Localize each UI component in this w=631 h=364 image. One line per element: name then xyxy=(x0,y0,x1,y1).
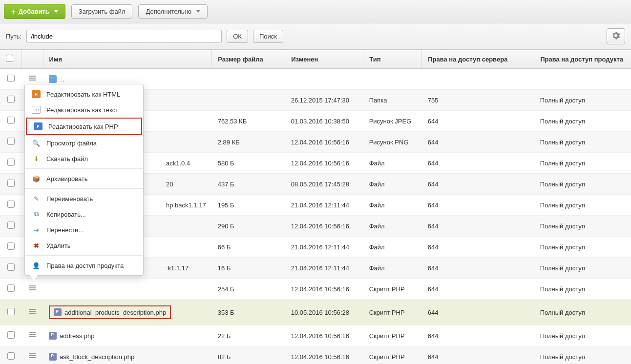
txt-icon: TXT xyxy=(32,106,41,114)
chevron-down-icon xyxy=(54,10,58,13)
row-checkbox[interactable] xyxy=(7,117,15,124)
row-checkbox[interactable] xyxy=(7,263,15,271)
cell-size: 290 Б xyxy=(212,216,285,237)
menu-move[interactable]: ➜ Перенести... xyxy=(25,222,143,238)
cell-perm_server: 644 xyxy=(422,195,534,216)
cell-perm_product: Полный доступ xyxy=(534,258,631,279)
drag-handle-icon[interactable] xyxy=(29,332,36,338)
menu-edit-php-label: Редактировать как PHP xyxy=(48,123,118,130)
move-icon: ➜ xyxy=(32,226,41,234)
settings-button[interactable] xyxy=(607,28,625,44)
row-checkbox[interactable] xyxy=(7,75,15,82)
add-button[interactable]: + Добавить xyxy=(4,4,65,19)
drag-handle-icon[interactable] xyxy=(29,309,36,315)
row-checkbox[interactable] xyxy=(7,138,15,145)
menu-edit-html[interactable]: H Редактировать как HTML xyxy=(25,86,143,102)
cell-modified: 21.04.2016 12:11:44 xyxy=(285,237,363,258)
cell-perm_product: Полный доступ xyxy=(534,153,631,174)
parent-dots: .. xyxy=(61,76,64,83)
file-name: additional_products_description.php xyxy=(64,309,166,316)
drag-handle-icon[interactable] xyxy=(29,353,36,359)
table-row[interactable]: ask_block_description.php82 Б12.04.2016 … xyxy=(0,346,631,364)
cell-type: Скрипт PHP xyxy=(363,300,422,325)
table-header-row: Имя Размер файла Изменен Тип Права на до… xyxy=(0,50,631,69)
php-file-icon xyxy=(49,332,57,340)
path-input[interactable] xyxy=(26,30,222,43)
menu-perms[interactable]: 👤 Права на доступ продукта xyxy=(25,258,143,273)
menu-edit-php[interactable]: P Редактировать как PHP xyxy=(26,118,142,135)
select-all-checkbox[interactable] xyxy=(6,55,13,62)
cell-perm_server: 644 xyxy=(422,300,534,325)
table-row[interactable]: 254 Б12.04.2016 10:56:16Скрипт PHP644Пол… xyxy=(0,279,631,300)
menu-separator xyxy=(25,188,143,189)
chevron-down-icon xyxy=(196,10,200,13)
table-row[interactable]: address.php22 Б12.04.2016 10:56:16Скрипт… xyxy=(0,325,631,346)
menu-archive[interactable]: 📦 Архивировать xyxy=(25,171,143,186)
main-toolbar: + Добавить Загрузить файл Дополнительно xyxy=(0,0,631,23)
cell-perm_server: 644 xyxy=(422,258,534,279)
menu-view-file[interactable]: 🔍 Просмотр файла xyxy=(25,135,143,151)
row-checkbox[interactable] xyxy=(7,222,15,229)
cell-modified: 12.04.2016 10:56:16 xyxy=(285,279,363,300)
drag-handle-icon[interactable] xyxy=(29,76,36,81)
copy-icon: ⧉ xyxy=(32,210,41,218)
row-checkbox[interactable] xyxy=(7,284,15,292)
menu-rename-label: Переименовать xyxy=(46,195,93,202)
menu-edit-text[interactable]: TXT Редактировать как текст xyxy=(25,102,143,118)
cell-size xyxy=(212,90,285,111)
cell-perm_server: 644 xyxy=(422,153,534,174)
cell-modified: 26.12.2015 17:47:30 xyxy=(285,90,363,111)
cell-modified: 12.04.2016 10:56:16 xyxy=(285,346,363,364)
add-button-label: Добавить xyxy=(19,8,49,15)
menu-download[interactable]: ⬇ Скачать файл xyxy=(25,151,143,166)
header-name[interactable]: Имя xyxy=(43,50,212,69)
menu-edit-html-label: Редактировать как HTML xyxy=(46,91,120,98)
cell-perm_server: 755 xyxy=(422,90,534,111)
header-perm-product[interactable]: Права на доступ продукта xyxy=(534,50,631,69)
row-checkbox[interactable] xyxy=(7,243,15,250)
cell-size: 82 Б xyxy=(212,346,285,364)
menu-delete[interactable]: ✖ Удалить xyxy=(25,238,143,253)
header-modified[interactable]: Изменен xyxy=(285,50,363,69)
upload-file-button[interactable]: Загрузить файл xyxy=(71,4,133,19)
cell-modified: 10.05.2016 10:56:28 xyxy=(285,300,363,325)
magnifier-icon: 🔍 xyxy=(32,139,41,147)
menu-rename[interactable]: ✎ Переименовать xyxy=(25,191,143,206)
row-checkbox[interactable] xyxy=(7,180,15,187)
file-name: ack1.0.4 xyxy=(166,160,190,167)
header-type[interactable]: Тип xyxy=(363,50,422,69)
cell-size: 66 Б xyxy=(212,237,285,258)
row-checkbox[interactable] xyxy=(7,331,15,339)
more-button[interactable]: Дополнительно xyxy=(138,4,208,19)
search-button[interactable]: Поиск xyxy=(253,30,283,43)
cell-type: Рисунок PNG xyxy=(363,132,422,153)
menu-copy[interactable]: ⧉ Копировать... xyxy=(25,206,143,222)
cell-perm_product: Полный доступ xyxy=(534,346,631,364)
cell-modified: 21.04.2016 12:11:44 xyxy=(285,195,363,216)
row-checkbox[interactable] xyxy=(7,201,15,208)
cell-modified: 08.05.2016 17:45:28 xyxy=(285,174,363,195)
row-checkbox[interactable] xyxy=(7,352,15,360)
menu-delete-label: Удалить xyxy=(46,242,71,249)
cell-perm_product: Полный доступ xyxy=(534,300,631,325)
row-checkbox[interactable] xyxy=(7,159,15,166)
header-size[interactable]: Размер файла xyxy=(212,50,285,69)
cell-perm_server: 644 xyxy=(422,237,534,258)
row-checkbox[interactable] xyxy=(7,96,15,103)
row-checkbox[interactable] xyxy=(7,308,15,315)
cell-modified: 12.04.2016 10:56:16 xyxy=(285,153,363,174)
file-name: ask_block_description.php xyxy=(60,353,134,361)
cell-perm_product: Полный доступ xyxy=(534,237,631,258)
archive-icon: 📦 xyxy=(32,175,41,182)
drag-handle-icon[interactable] xyxy=(29,285,36,291)
html-icon: H xyxy=(32,90,41,98)
cell-type: Файл xyxy=(363,174,422,195)
cell-size: 762.53 КБ xyxy=(212,111,285,132)
cell-perm_product: Полный доступ xyxy=(534,325,631,346)
ok-button[interactable]: ОК xyxy=(227,30,248,43)
cell-type: Файл xyxy=(363,153,422,174)
cell-perm_server: 644 xyxy=(422,111,534,132)
cell-modified: 12.04.2016 10:56:16 xyxy=(285,216,363,237)
table-row[interactable]: additional_products_description.php353 Б… xyxy=(0,300,631,325)
header-perm-server[interactable]: Права на доступ сервера xyxy=(422,50,534,69)
